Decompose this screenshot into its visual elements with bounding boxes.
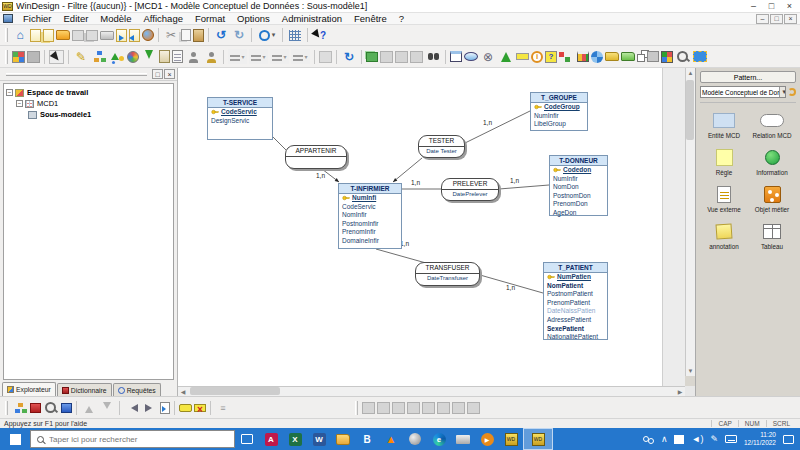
help-pointer-icon[interactable] [312,28,328,43]
close-button[interactable]: × [781,1,798,12]
export-icon[interactable] [116,29,127,42]
binoculars-icon[interactable] [425,49,441,64]
entity-t-service[interactable]: T-SERVICECodeServicDesignServic [207,97,273,140]
entity-tool-icon[interactable] [450,51,462,62]
move-up-icon[interactable] [81,400,97,415]
model-type-dropdown[interactable]: Modèle Conceptuel de Dor ▼ [700,86,786,98]
magnifier-icon[interactable] [675,49,691,64]
dictionary-red-icon[interactable] [30,403,41,413]
menu-format[interactable]: Format [189,13,231,24]
bluetooth-icon[interactable]: B [355,428,379,450]
palette-item-information[interactable]: Information [748,148,796,176]
search-input[interactable] [49,435,209,444]
mosaic-icon[interactable] [661,51,673,63]
select-pointer-icon[interactable] [49,50,64,64]
network-icon[interactable] [674,435,684,444]
palette-item-regle[interactable]: Règle [700,148,748,176]
windesign-icon[interactable]: WD [499,428,523,450]
tag-yellow-icon[interactable] [179,404,192,412]
vertical-scroll-thumb[interactable] [686,80,694,140]
vlc-icon[interactable]: ▲ [379,428,403,450]
gray-h-icon[interactable] [467,402,480,414]
new-document-icon[interactable] [30,29,41,42]
green-arrow-icon[interactable] [141,49,157,64]
tab-requetes[interactable]: Requêtes [113,383,161,396]
palette-item-vue[interactable]: Vue externe [700,185,748,213]
tree-view-icon[interactable] [12,400,28,415]
association-appartenir[interactable]: APPARTENIR [285,145,347,169]
association-prelever[interactable]: PRELEVERDatePrelever [441,178,499,201]
sync-icon[interactable]: ↻ [341,49,357,64]
palette-item-tableau[interactable]: Tableau [748,222,796,250]
constraint-circle-icon[interactable]: ⊗ [480,49,496,64]
tree-item-workspace[interactable]: − Espace de travail [6,87,171,98]
gray-d-icon[interactable] [407,402,420,414]
horizontal-scroll-thumb[interactable] [190,387,280,395]
align-center-icon[interactable] [249,49,268,64]
mdi-restore-button[interactable]: □ [770,14,783,24]
redo-icon[interactable]: ↻ [231,28,247,43]
duplicate-icon[interactable] [637,54,645,62]
pen-icon[interactable]: ✎ [710,434,718,444]
open-folder-icon[interactable] [56,30,70,40]
page-link-icon[interactable] [160,402,170,414]
palette-icon[interactable] [127,51,139,63]
menu-affichage[interactable]: Affichage [138,13,189,24]
gray-b-icon[interactable] [377,402,390,414]
folder-yellow-icon[interactable] [605,52,619,61]
word-icon[interactable]: W [307,428,331,450]
explorer-icon[interactable] [331,428,355,450]
shapes-icon[interactable] [109,49,125,64]
menu-?[interactable]: ? [393,13,410,24]
model-gray-icon[interactable] [27,51,40,63]
help-box-icon[interactable]: ? [545,51,557,63]
tab-dictionnaire[interactable]: Dictionnaire [57,383,112,396]
relation-red-icon[interactable] [559,49,575,64]
panel-close-button[interactable]: × [164,69,175,79]
hierarchy-icon[interactable] [91,49,107,64]
user-assist-icon[interactable] [203,49,219,64]
menu-modle[interactable]: Modèle [94,13,137,24]
entity-t-groupe[interactable]: T_GROUPECodeGroupNumInfirLibelGroup [530,92,588,131]
palette-item-relation[interactable]: Relation MCD [748,111,796,139]
print-icon[interactable] [100,31,114,40]
table-colored-icon[interactable] [577,51,589,62]
menu-fichier[interactable]: Fichier [17,13,58,24]
model-properties-icon[interactable] [12,51,25,63]
gray-f-icon[interactable] [437,402,450,414]
expander-icon[interactable]: − [6,89,13,96]
mdi-minimize-button[interactable]: – [756,14,769,24]
next-icon[interactable] [142,400,158,415]
palette-item-entity[interactable]: Entité MCD [700,111,748,139]
move-down-icon[interactable] [99,400,115,415]
mdi-close-button[interactable]: × [784,14,797,24]
people-icon[interactable] [643,436,654,443]
entity-t-infirmier[interactable]: T-INFIRMIERNumInfiCodeServicNomInfirPost… [338,183,402,249]
app-circle-icon[interactable] [403,428,427,450]
volume-icon[interactable]: ◄) [691,434,703,444]
home-icon[interactable]: ⌂ [12,28,28,43]
printer-icon[interactable] [451,428,475,450]
form-icon[interactable] [172,50,183,63]
gray-tool-3-icon[interactable] [410,51,423,63]
machine-icon[interactable] [647,51,659,62]
menu-editer[interactable]: Editer [58,13,95,24]
association-tester[interactable]: TESTERDate Tester [418,135,465,158]
edge-icon[interactable]: e [427,428,451,450]
panel-restore-button[interactable]: □ [152,69,163,79]
association-transfuser[interactable]: TRANSFUSERDateTransfuser [415,262,480,286]
menu-administration[interactable]: Administration [276,13,348,24]
dictionary-blue-icon[interactable] [61,403,72,413]
task-view-icon[interactable] [235,428,259,450]
arrange-icon[interactable] [291,49,310,64]
gray-g-icon[interactable] [452,402,465,414]
entity-t-donneur[interactable]: T-DONNEURCodedonNumInfirNomDonPostnomDon… [549,155,608,216]
clipboard-icon[interactable] [159,50,170,63]
palette-item-annotation[interactable]: annotation [700,222,748,250]
search-icon[interactable] [43,400,59,415]
access-icon[interactable]: A [259,428,283,450]
copy-icon[interactable] [181,29,191,41]
chevron-down-icon[interactable]: ▼ [779,87,786,97]
maximize-button[interactable]: □ [763,1,780,12]
paste-icon[interactable] [193,29,204,42]
